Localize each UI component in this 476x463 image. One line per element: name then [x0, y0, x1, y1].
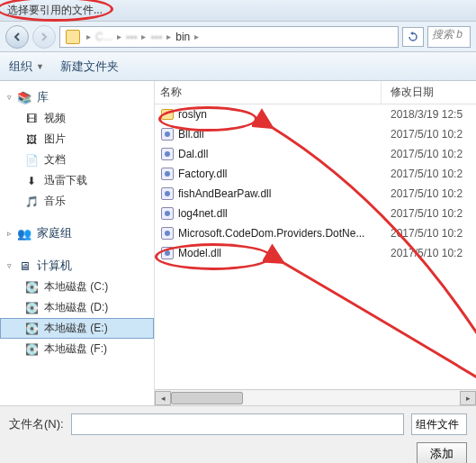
file-pane: 名称 修改日期 roslyn2018/3/19 12:5Bll.dll2017/…: [155, 81, 476, 405]
sidebar-drive-e[interactable]: 💽本地磁盘 (E:): [0, 318, 154, 339]
filename-label: 文件名(N):: [9, 416, 64, 432]
file-name-text: Factory.dll: [178, 168, 227, 180]
chevron-right-icon: ▸: [141, 32, 146, 41]
sidebar-item-video[interactable]: 🎞视频: [0, 108, 154, 129]
breadcrumb-item[interactable]: C...: [94, 31, 114, 43]
chevron-down-icon: ▼: [36, 62, 44, 71]
arrow-left-icon: [12, 32, 22, 42]
expand-icon: ▿: [7, 93, 16, 102]
drive-icon: 💽: [23, 322, 40, 336]
sidebar-library[interactable]: ▿ 📚 库: [0, 86, 154, 108]
sidebar-item-documents[interactable]: 📄文档: [0, 150, 154, 170]
file-name-text: fishAndBearPaw.dll: [178, 187, 271, 200]
file-date-text: 2017/5/10 10:2: [382, 247, 476, 259]
sidebar: ▿ 📚 库 🎞视频 🖼图片 📄文档 ⬇迅雷下载 🎵音乐 ▹ 👥 家庭组 ▿ 🖥 …: [0, 81, 155, 405]
file-row[interactable]: Bll.dll2017/5/10 10:2: [155, 124, 476, 144]
file-date-text: 2017/5/10 10:2: [382, 227, 476, 240]
dll-icon: [160, 186, 175, 201]
sidebar-item-download[interactable]: ⬇迅雷下载: [0, 170, 154, 191]
folder-icon: [160, 107, 175, 122]
breadcrumb-item[interactable]: ▪▪▪: [124, 31, 139, 43]
bottom-panel: 文件名(N): 组件文件 添加: [0, 405, 476, 463]
forward-button[interactable]: [32, 25, 56, 49]
scroll-left-icon[interactable]: ◂: [155, 391, 171, 405]
horizontal-scrollbar[interactable]: ◂ ▸: [155, 389, 476, 405]
dll-icon: [160, 206, 175, 221]
computer-icon: 🖥: [16, 259, 32, 273]
back-button[interactable]: [5, 25, 29, 49]
main-area: ▿ 📚 库 🎞视频 🖼图片 📄文档 ⬇迅雷下载 🎵音乐 ▹ 👥 家庭组 ▿ 🖥 …: [0, 81, 476, 405]
search-placeholder: 搜索 b: [432, 28, 463, 41]
file-name-text: Bll.dll: [178, 128, 204, 141]
file-date-text: 2017/5/10 10:2: [382, 207, 476, 220]
sidebar-computer[interactable]: ▿ 🖥 计算机: [0, 255, 154, 277]
scroll-track[interactable]: [171, 391, 460, 405]
file-row[interactable]: fishAndBearPaw.dll2017/5/10 10:2: [155, 184, 476, 204]
sidebar-item-music[interactable]: 🎵音乐: [0, 191, 154, 212]
file-name-text: log4net.dll: [178, 207, 228, 220]
column-date[interactable]: 修改日期: [382, 85, 476, 100]
folder-icon: [66, 30, 80, 44]
dll-icon: [160, 226, 175, 241]
file-date-text: 2018/3/19 12:5: [382, 108, 476, 121]
drive-icon: 💽: [23, 280, 40, 295]
file-name-text: Model.dll: [178, 247, 221, 259]
breadcrumb-item[interactable]: bin: [174, 31, 192, 43]
expand-icon: ▹: [7, 229, 16, 238]
dll-icon: [160, 127, 175, 141]
chevron-right-icon: ▸: [86, 32, 91, 41]
column-header: 名称 修改日期: [155, 81, 476, 104]
file-row[interactable]: Factory.dll2017/5/10 10:2: [155, 164, 476, 184]
file-row[interactable]: log4net.dll2017/5/10 10:2: [155, 204, 476, 223]
file-type-combo[interactable]: 组件文件: [411, 413, 467, 435]
file-row[interactable]: roslyn2018/3/19 12:5: [155, 104, 476, 124]
homegroup-icon: 👥: [16, 226, 32, 241]
sidebar-drive-d[interactable]: 💽本地磁盘 (D:): [0, 297, 154, 318]
breadcrumb[interactable]: ▸ C... ▸ ▪▪▪ ▸ ▪▪▪ ▸ bin ▸: [59, 26, 399, 48]
scroll-right-icon[interactable]: ▸: [460, 391, 476, 405]
file-row[interactable]: Dal.dll2017/5/10 10:2: [155, 144, 476, 164]
arrow-right-icon: [39, 32, 49, 42]
dll-icon: [160, 246, 175, 260]
new-folder-button[interactable]: 新建文件夹: [60, 59, 119, 75]
filename-input[interactable]: [71, 413, 404, 435]
file-date-text: 2017/5/10 10:2: [382, 168, 476, 180]
add-button[interactable]: 添加: [417, 442, 467, 463]
document-icon: 📄: [23, 153, 40, 168]
sidebar-homegroup[interactable]: ▹ 👥 家庭组: [0, 222, 154, 244]
library-icon: 📚: [16, 90, 32, 104]
scroll-thumb[interactable]: [171, 392, 243, 404]
address-bar: ▸ C... ▸ ▪▪▪ ▸ ▪▪▪ ▸ bin ▸ 搜索 b: [0, 22, 476, 52]
sidebar-item-pictures[interactable]: 🖼图片: [0, 129, 154, 150]
file-row[interactable]: Microsoft.CodeDom.Providers.DotNe...2017…: [155, 223, 476, 243]
toolbar: 组织 ▼ 新建文件夹: [0, 52, 476, 81]
search-input[interactable]: 搜索 b: [427, 26, 471, 48]
drive-icon: 💽: [23, 301, 40, 315]
sidebar-drive-f[interactable]: 💽本地磁盘 (F:): [0, 339, 154, 359]
expand-icon: ▿: [7, 261, 16, 270]
sidebar-drive-c[interactable]: 💽本地磁盘 (C:): [0, 277, 154, 297]
file-date-text: 2017/5/10 10:2: [382, 128, 476, 141]
file-date-text: 2017/5/10 10:2: [382, 148, 476, 160]
chevron-right-icon: ▸: [166, 32, 171, 41]
picture-icon: 🖼: [23, 132, 40, 147]
dll-icon: [160, 167, 175, 181]
file-list: roslyn2018/3/19 12:5Bll.dll2017/5/10 10:…: [155, 104, 476, 389]
file-name-text: roslyn: [178, 108, 207, 121]
music-icon: 🎵: [23, 195, 40, 209]
download-icon: ⬇: [23, 174, 40, 188]
organize-menu[interactable]: 组织 ▼: [9, 59, 44, 75]
breadcrumb-item[interactable]: ▪▪▪: [148, 31, 164, 43]
dll-icon: [160, 147, 175, 161]
file-name-text: Dal.dll: [178, 148, 208, 160]
file-row[interactable]: Model.dll2017/5/10 10:2: [155, 243, 476, 263]
video-icon: 🎞: [23, 112, 40, 126]
window-title: 选择要引用的文件...: [7, 3, 103, 18]
chevron-right-icon: ▸: [194, 32, 199, 41]
file-name-text: Microsoft.CodeDom.Providers.DotNe...: [178, 227, 364, 240]
column-name[interactable]: 名称: [155, 81, 382, 104]
refresh-button[interactable]: [402, 27, 424, 47]
drive-icon: 💽: [23, 342, 40, 357]
refresh-icon: [408, 32, 418, 42]
chevron-right-icon: ▸: [117, 32, 121, 41]
